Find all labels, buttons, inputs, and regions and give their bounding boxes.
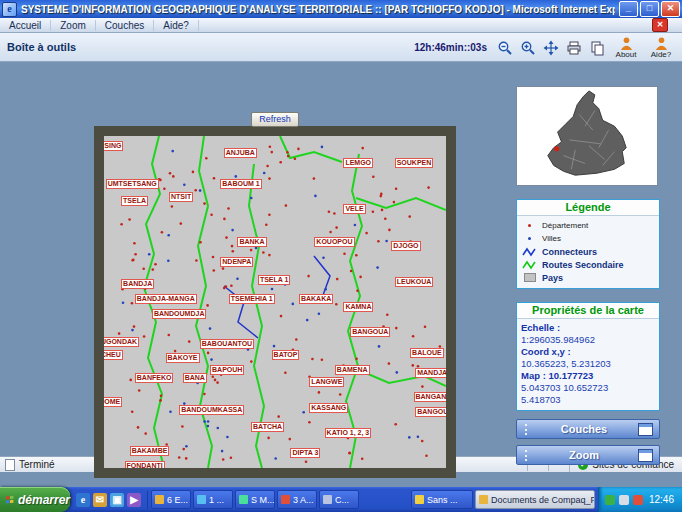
start-button[interactable]: démarrer (0, 487, 70, 512)
internet-explorer-icon: e (2, 2, 17, 17)
task-button[interactable]: 6 E... (151, 490, 191, 509)
menu-close-icon[interactable]: ✕ (652, 18, 668, 32)
minimize-button[interactable]: _ (619, 1, 638, 17)
menu-item-aide[interactable]: Aide? (154, 20, 199, 31)
task-label: Documents de Compaq_Propriétaire (491, 495, 595, 505)
pan-arrow-bottom-right[interactable] (448, 474, 454, 480)
legend-item: Villes (522, 232, 654, 245)
task-button[interactable]: C... (319, 490, 359, 509)
overview-map[interactable] (516, 86, 658, 186)
zoom-out-icon[interactable] (496, 39, 514, 57)
map-place-label: SOUKPEN (395, 158, 434, 168)
copy-document-icon[interactable] (588, 39, 606, 57)
map-place-label: TSEMEHIA 1 (229, 294, 275, 304)
toolbox-label: Boîte à outils (7, 41, 76, 53)
property-value: 1:296035.984962 (521, 334, 655, 346)
map-place-label: KAMNA (343, 302, 373, 312)
task-button[interactable]: Documents de Compaq_Propriétaire (475, 490, 595, 509)
map-place-label: KOUOPOU (314, 237, 354, 247)
map-place-label: ANJUBA (224, 148, 257, 158)
pan-arrow-top-left[interactable] (96, 124, 102, 130)
property-value: 5.043703 10.652723 (521, 382, 655, 394)
menu-bar: AccueilZoomCouchesAide? ✕ (0, 18, 682, 33)
map-place-label: BANKA (237, 237, 266, 247)
legend-item: Routes Secondaire (522, 258, 654, 271)
properties-lines: Echelle :1:296035.984962Coord x,y :10.36… (517, 319, 659, 410)
tray-clock[interactable]: 12:46 (649, 494, 674, 505)
property-label: Echelle : (521, 322, 655, 334)
map-place-label: FONDANTI (125, 461, 165, 468)
zoom-panel-header[interactable]: Zoom (516, 445, 660, 465)
pan-icon[interactable] (542, 39, 560, 57)
task-button[interactable]: 1 ... (193, 490, 233, 509)
map-place-label: BAKOYE (166, 353, 200, 363)
person-icon (619, 36, 634, 51)
map-place-label: BANDOUMKASSA (179, 405, 244, 415)
title-bar: e SYSTEME D'INFORMATION GEOGRAPHIQUE D'A… (0, 0, 682, 18)
task-button[interactable]: Sans ... (411, 490, 473, 509)
map-place-label: BAKAMBE (130, 446, 170, 456)
refresh-button[interactable]: Refresh (251, 112, 299, 127)
map-place-label: BANGANGTE (414, 392, 447, 402)
map-canvas[interactable]: SINGANJUBALEMGOSOUKPENUMTSETSANGBABOUM 1… (104, 136, 446, 468)
task-button[interactable]: S M... (235, 490, 275, 509)
print-icon[interactable] (565, 39, 583, 57)
close-button[interactable]: ✕ (661, 1, 680, 17)
legend-zig-green-icon (522, 260, 537, 270)
quicklaunch-media-icon[interactable]: ▶ (127, 493, 141, 507)
task-button[interactable]: 3 A... (277, 490, 317, 509)
pan-arrow-bottom-left[interactable] (96, 474, 102, 480)
help-button[interactable]: Aide? (646, 36, 676, 59)
task-label: S M... (251, 495, 275, 505)
menu-item-couches[interactable]: Couches (96, 20, 154, 31)
aide-label: Aide? (651, 51, 671, 59)
tray-volume-icon[interactable] (619, 495, 629, 505)
about-button[interactable]: About (611, 36, 641, 59)
zoom-in-icon[interactable] (519, 39, 537, 57)
task-app-icon (239, 495, 248, 504)
properties-title: Propriétés de la carte (517, 303, 659, 319)
session-timer: 12h:46min::03s (414, 42, 487, 53)
legend-item: Département (522, 219, 654, 232)
sidebar: Légende DépartementVillesConnecteursRout… (516, 86, 660, 465)
task-app-icon (323, 495, 332, 504)
legend-item-label: Routes Secondaire (542, 260, 624, 270)
map-place-label: BANGOU (415, 407, 446, 417)
menu-item-zoom[interactable]: Zoom (51, 20, 96, 31)
map-place-label: LANGWE (309, 377, 344, 387)
quicklaunch-ie-icon[interactable]: e (76, 493, 90, 507)
quicklaunch-desktop-icon[interactable]: ▣ (110, 493, 124, 507)
task-label: Sans ... (427, 495, 458, 505)
window-panel-icon[interactable] (638, 449, 653, 462)
map-properties-panel: Propriétés de la carte Echelle :1:296035… (516, 302, 660, 411)
tray-shield-icon[interactable] (605, 495, 615, 505)
legend-dot-blue-icon (522, 237, 537, 240)
map-place-label: BAPOUH (210, 365, 244, 375)
legend-title: Légende (517, 200, 659, 216)
map-place-label: BABOUANTOU (200, 339, 254, 349)
start-label: démarrer (18, 493, 70, 507)
map-place-label: LEUKOUA (395, 277, 434, 287)
map-place-label: KASSANG (309, 403, 348, 413)
zoom-label: Zoom (530, 449, 638, 461)
maximize-button[interactable]: □ (640, 1, 659, 17)
map-place-label: BATOP (272, 350, 300, 360)
window-panel-icon[interactable] (638, 423, 653, 436)
quicklaunch-mail-icon[interactable]: ✉ (93, 493, 107, 507)
desktop-screen: e SYSTEME D'INFORMATION GEOGRAPHIQUE D'A… (0, 0, 682, 512)
legend-panel: Légende DépartementVillesConnecteursRout… (516, 199, 660, 289)
map-place-label: BAMENA (335, 365, 370, 375)
map-place-label: NDENPA (220, 257, 253, 267)
legend-zig-blue-icon (522, 247, 537, 257)
pan-arrow-top-right[interactable] (448, 124, 454, 130)
tray-network-icon[interactable] (633, 495, 643, 505)
current-extent-marker (554, 146, 559, 151)
windows-flag-icon (6, 493, 14, 507)
map-place-label: UGONDAK (104, 337, 139, 347)
couches-panel-header[interactable]: Couches (516, 419, 660, 439)
map-place-label: VELE (343, 204, 365, 214)
map-frame: SINGANJUBALEMGOSOUKPENUMTSETSANGBABOUM 1… (94, 126, 456, 478)
legend-item-label: Connecteurs (542, 247, 597, 257)
menu-item-accueil[interactable]: Accueil (0, 20, 51, 31)
task-app-icon (155, 495, 164, 504)
